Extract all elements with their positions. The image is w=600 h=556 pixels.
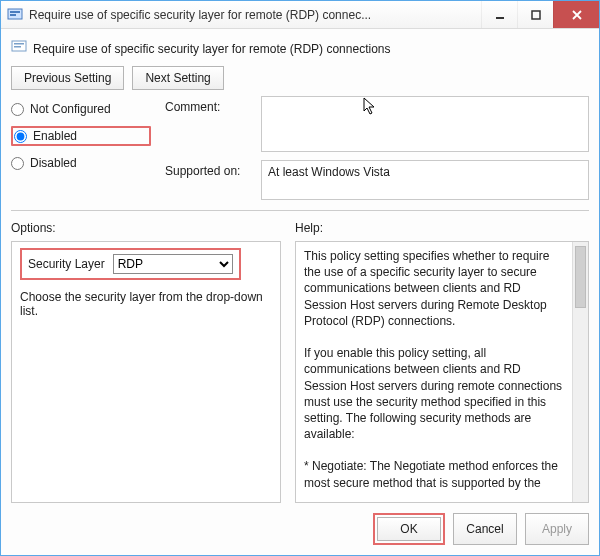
state-radio-group: Not Configured Enabled Disabled	[11, 96, 151, 200]
radio-enabled-label: Enabled	[33, 129, 77, 143]
radio-not-configured[interactable]: Not Configured	[11, 102, 151, 116]
security-layer-select[interactable]: RDP	[113, 254, 233, 274]
dialog-footer: OK Cancel Apply	[11, 503, 589, 545]
app-icon	[7, 7, 23, 23]
minimize-button[interactable]	[481, 1, 517, 28]
security-layer-row: Security Layer RDP	[20, 248, 241, 280]
ok-button[interactable]: OK	[377, 517, 441, 541]
policy-subheader-title: Require use of specific security layer f…	[33, 42, 390, 56]
comment-row: Comment:	[165, 96, 589, 152]
minimize-icon	[495, 10, 505, 20]
radio-disabled[interactable]: Disabled	[11, 156, 151, 170]
nav-row: Previous Setting Next Setting	[11, 66, 589, 90]
apply-button[interactable]: Apply	[525, 513, 589, 545]
supported-label: Supported on:	[165, 160, 251, 178]
security-layer-label: Security Layer	[28, 257, 105, 271]
next-setting-button[interactable]: Next Setting	[132, 66, 223, 90]
ok-highlight: OK	[373, 513, 445, 545]
radio-disabled-label: Disabled	[30, 156, 77, 170]
svg-rect-6	[14, 43, 24, 45]
comment-textarea[interactable]	[261, 96, 589, 152]
radio-enabled-input[interactable]	[14, 130, 27, 143]
radio-enabled-highlight: Enabled	[11, 126, 151, 146]
options-column: Options: Security Layer RDP Choose the s…	[11, 221, 281, 503]
close-button[interactable]	[553, 1, 599, 28]
upper-panel: Not Configured Enabled Disabled Comment:	[11, 96, 589, 211]
titlebar[interactable]: Require use of specific security layer f…	[1, 1, 599, 29]
cancel-button[interactable]: Cancel	[453, 513, 517, 545]
policy-subheader: Require use of specific security layer f…	[11, 37, 589, 66]
client-area: Require use of specific security layer f…	[1, 29, 599, 555]
gpo-dialog-window: Require use of specific security layer f…	[0, 0, 600, 556]
options-box: Security Layer RDP Choose the security l…	[11, 241, 281, 503]
previous-setting-button[interactable]: Previous Setting	[11, 66, 124, 90]
svg-rect-2	[10, 14, 16, 16]
lower-panel: Options: Security Layer RDP Choose the s…	[11, 221, 589, 503]
maximize-icon	[531, 10, 541, 20]
supported-on-box: At least Windows Vista	[261, 160, 589, 200]
help-scrollbar[interactable]	[572, 242, 588, 502]
comment-label: Comment:	[165, 96, 251, 114]
svg-rect-7	[14, 46, 21, 48]
supported-row: Supported on: At least Windows Vista	[165, 160, 589, 200]
supported-on-value: At least Windows Vista	[268, 165, 390, 179]
help-header: Help:	[295, 221, 589, 235]
help-column: Help: This policy setting specifies whet…	[295, 221, 589, 503]
radio-enabled[interactable]: Enabled	[14, 129, 77, 143]
window-title: Require use of specific security layer f…	[29, 8, 481, 22]
close-icon	[571, 9, 583, 21]
radio-not-configured-label: Not Configured	[30, 102, 111, 116]
options-hint: Choose the security layer from the drop-…	[12, 286, 280, 322]
radio-not-configured-input[interactable]	[11, 103, 24, 116]
maximize-button[interactable]	[517, 1, 553, 28]
svg-rect-4	[532, 11, 540, 19]
help-text[interactable]: This policy setting specifies whether to…	[296, 242, 572, 502]
policy-subheader-icon	[11, 39, 27, 58]
svg-rect-1	[10, 11, 20, 13]
svg-rect-3	[496, 17, 504, 19]
window-controls	[481, 1, 599, 28]
upper-right-column: Comment: Supported on: At least Windows …	[165, 96, 589, 200]
help-box: This policy setting specifies whether to…	[295, 241, 589, 503]
radio-disabled-input[interactable]	[11, 157, 24, 170]
options-header: Options:	[11, 221, 281, 235]
